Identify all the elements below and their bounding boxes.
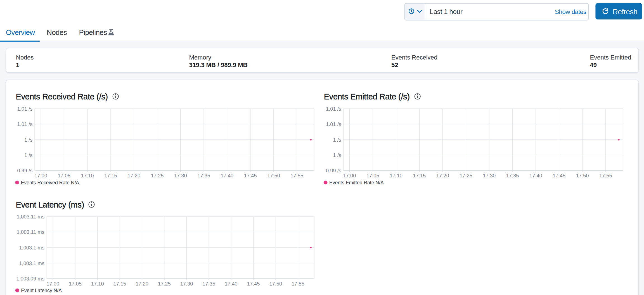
svg-text:17:30: 17:30 — [180, 281, 193, 287]
svg-text:17:25: 17:25 — [151, 173, 164, 179]
svg-text:1 /s: 1 /s — [333, 137, 341, 143]
svg-text:17:15: 17:15 — [104, 173, 117, 179]
svg-text:319.3 MB / 989.9 MB: 319.3 MB / 989.9 MB — [189, 61, 247, 68]
svg-text:17:15: 17:15 — [113, 281, 126, 287]
svg-text:17:05: 17:05 — [366, 173, 379, 179]
svg-text:Events Received Rate (/s): Events Received Rate (/s) — [16, 92, 108, 101]
svg-text:17:25: 17:25 — [158, 281, 171, 287]
svg-text:1 /s: 1 /s — [24, 152, 32, 158]
svg-text:Event Latency N/A: Event Latency N/A — [21, 288, 62, 293]
svg-text:17:10: 17:10 — [91, 281, 104, 287]
svg-text:17:10: 17:10 — [81, 173, 94, 179]
svg-text:17:45: 17:45 — [247, 281, 260, 287]
svg-text:1,003.1 ms: 1,003.1 ms — [19, 260, 44, 266]
svg-text:17:50: 17:50 — [267, 173, 280, 179]
svg-text:1: 1 — [16, 61, 19, 68]
svg-text:17:30: 17:30 — [483, 173, 496, 179]
svg-text:17:40: 17:40 — [529, 173, 542, 179]
svg-text:17:35: 17:35 — [197, 173, 210, 179]
svg-text:1,003.09 ms: 1,003.09 ms — [16, 276, 44, 282]
svg-text:17:25: 17:25 — [460, 173, 472, 179]
svg-text:17:05: 17:05 — [58, 173, 70, 179]
svg-text:17:00: 17:00 — [34, 173, 47, 179]
svg-text:1,003.1 ms: 1,003.1 ms — [19, 245, 44, 251]
svg-text:Overview: Overview — [6, 28, 35, 37]
svg-text:17:05: 17:05 — [69, 281, 82, 287]
svg-text:17:20: 17:20 — [436, 173, 449, 179]
svg-text:1 /s: 1 /s — [24, 137, 32, 143]
svg-text:17:30: 17:30 — [174, 173, 187, 179]
svg-text:52: 52 — [391, 61, 398, 68]
svg-text:17:55: 17:55 — [292, 281, 304, 287]
svg-text:17:35: 17:35 — [506, 173, 519, 179]
svg-text:1,003.11 ms: 1,003.11 ms — [17, 229, 44, 235]
svg-text:17:40: 17:40 — [221, 173, 234, 179]
svg-text:17:55: 17:55 — [290, 173, 303, 179]
svg-text:Pipelines: Pipelines — [79, 28, 107, 37]
svg-text:1 /s: 1 /s — [333, 152, 341, 158]
svg-text:Show dates: Show dates — [555, 8, 586, 15]
svg-text:17:20: 17:20 — [127, 173, 140, 179]
svg-text:17:00: 17:00 — [46, 281, 59, 287]
svg-text:Memory: Memory — [189, 54, 211, 61]
svg-text:1,003.11 ms: 1,003.11 ms — [17, 214, 44, 220]
svg-text:Event Latency (ms): Event Latency (ms) — [16, 200, 84, 209]
svg-text:49: 49 — [590, 61, 597, 68]
svg-text:Events Received Rate N/A: Events Received Rate N/A — [21, 180, 79, 185]
svg-text:Nodes: Nodes — [16, 54, 34, 61]
svg-text:17:35: 17:35 — [202, 281, 215, 287]
svg-text:17:00: 17:00 — [343, 173, 356, 179]
svg-text:17:10: 17:10 — [390, 173, 402, 179]
svg-text:17:20: 17:20 — [136, 281, 148, 287]
svg-text:Events Emitted Rate N/A: Events Emitted Rate N/A — [329, 180, 384, 185]
svg-text:17:45: 17:45 — [244, 173, 257, 179]
svg-text:17:50: 17:50 — [269, 281, 282, 287]
svg-text:1.01 /s: 1.01 /s — [17, 106, 33, 112]
svg-text:1.01 /s: 1.01 /s — [326, 121, 341, 127]
svg-text:17:40: 17:40 — [225, 281, 238, 287]
svg-text:Events Emitted Rate (/s): Events Emitted Rate (/s) — [324, 92, 410, 101]
svg-text:Events Received: Events Received — [391, 54, 437, 61]
svg-text:17:15: 17:15 — [413, 173, 426, 179]
svg-text:Refresh: Refresh — [613, 8, 637, 16]
svg-text:0.99 /s: 0.99 /s — [17, 168, 33, 173]
svg-text:Events Emitted: Events Emitted — [590, 54, 631, 61]
svg-text:17:45: 17:45 — [553, 173, 565, 179]
svg-text:1.01 /s: 1.01 /s — [17, 121, 33, 127]
svg-text:Last 1 hour: Last 1 hour — [430, 8, 463, 15]
svg-text:17:50: 17:50 — [576, 173, 589, 179]
svg-text:Nodes: Nodes — [47, 28, 67, 37]
svg-text:17:55: 17:55 — [599, 173, 612, 179]
svg-text:0.99 /s: 0.99 /s — [326, 168, 341, 173]
svg-text:1.01 /s: 1.01 /s — [326, 106, 341, 112]
